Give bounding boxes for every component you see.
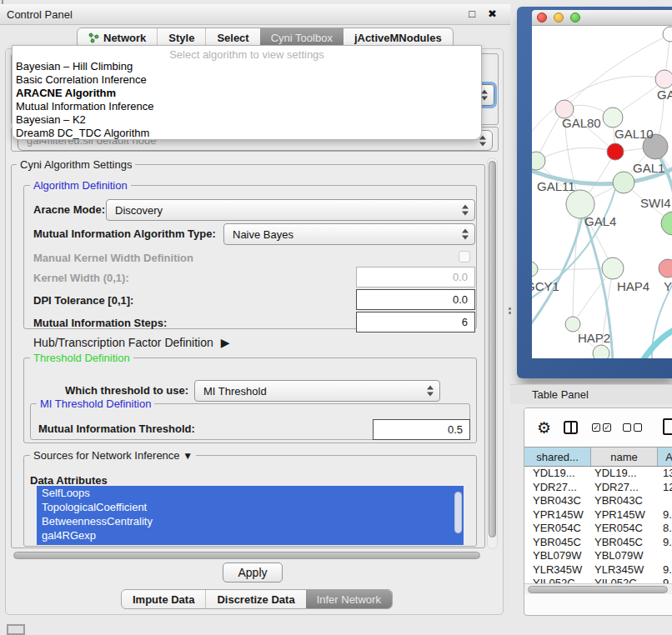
gear-icon[interactable]: ⚙ (537, 420, 551, 436)
settings-vertical-scrollbar[interactable] (487, 158, 498, 549)
scrollbar-thumb[interactable] (528, 586, 668, 593)
window-close-button[interactable] (537, 12, 547, 22)
network-node[interactable] (532, 262, 538, 277)
settings-horizontal-scrollbar[interactable] (12, 550, 485, 561)
table-cell: YBR043C (524, 494, 591, 508)
network-node[interactable] (659, 259, 672, 278)
manual-kernel-label: Manual Kernel Width Definition (33, 248, 193, 268)
network-edge[interactable] (564, 34, 670, 109)
table-row[interactable]: YBL079WYBL079W (524, 549, 672, 563)
apply-button[interactable]: Apply (223, 562, 283, 582)
aracne-mode-select[interactable]: Discovery (106, 199, 475, 221)
mi-type-select[interactable]: Naive Bayes (223, 223, 475, 245)
attribute-item-selfloops[interactable]: SelfLoops (37, 486, 464, 500)
algorithm-option-dream8-dc-tdc-algorithm[interactable]: Dream8 DC_TDC Algorithm (13, 127, 481, 140)
network-node[interactable] (565, 317, 580, 332)
network-tab-icon (88, 32, 99, 43)
sources-title-row[interactable]: Sources for Network Inference ▼ (30, 449, 196, 462)
scrollbar-thumb[interactable] (489, 161, 496, 538)
tab-infer-network[interactable]: Infer Network (306, 590, 392, 608)
table-cell: YLR345W (524, 563, 591, 578)
network-node[interactable] (613, 172, 634, 193)
table-row[interactable]: YBR043CYBR043C (524, 494, 672, 508)
mi-threshold-field[interactable]: 0.5 (373, 419, 470, 440)
algorithm-option-basic-correlation-inference[interactable]: Basic Correlation Inference (13, 73, 481, 87)
tab-label: Discretize Data (217, 593, 294, 606)
expand-arrow-icon[interactable]: ▶ (221, 336, 230, 349)
tab-label: Style (168, 32, 194, 44)
network-node[interactable] (663, 27, 672, 42)
control-panel-title: Control Panel (7, 8, 73, 21)
column-header-a[interactable]: A (658, 448, 672, 466)
table-row[interactable]: YDL19...YDL19...13 (524, 467, 672, 481)
window-zoom-button[interactable] (570, 12, 580, 22)
dpi-tolerance-field[interactable]: 0.0 (356, 289, 475, 310)
list-scrollbar-thumb[interactable] (454, 492, 462, 533)
combo-arrows-icon (427, 386, 434, 397)
network-node[interactable] (602, 258, 624, 279)
column-layout-icon[interactable] (564, 421, 578, 434)
table-row[interactable]: YBR045CYBR045C9. (524, 536, 672, 550)
attribute-item-betweennesscentrality[interactable]: BetweennessCentrality (37, 514, 464, 528)
algorithm-option-aracne-algorithm[interactable]: ARACNE Algorithm (13, 87, 481, 100)
network-node[interactable] (607, 143, 624, 160)
tab-impute-data[interactable]: Impute Data (122, 590, 205, 608)
splitter-handle[interactable] (509, 308, 511, 310)
network-node-label: GAL (657, 88, 672, 102)
algorithm-option-bayesian-hill-climbing[interactable]: Bayesian – Hill Climbing (13, 60, 481, 73)
scrollbar-thumb[interactable] (13, 552, 480, 559)
table-row[interactable]: YPR145WYPR145W9. (524, 508, 672, 522)
algorithm-dropdown-list: Select algorithm to view settings Bayesi… (12, 45, 482, 140)
document-icon[interactable] (663, 418, 672, 435)
table-row[interactable]: YLR345WYLR345W9. (524, 563, 672, 578)
dpi-tolerance-label: DPI Tolerance [0,1]: (33, 290, 133, 311)
window-minimize-button[interactable] (554, 12, 564, 22)
mi-steps-field[interactable]: 6 (356, 312, 475, 332)
select-all-icon[interactable]: ✓ ✓ (592, 423, 611, 432)
manual-kernel-checkbox[interactable] (459, 251, 470, 262)
tab-discretize-data[interactable]: Discretize Data (205, 590, 305, 608)
float-window-icon[interactable]: □ (469, 8, 475, 20)
cyni-settings-title: Cyni Algorithm Settings (17, 158, 135, 171)
collapse-arrow-icon[interactable]: ▼ (183, 450, 193, 462)
hub-definition-row[interactable]: Hub/Transcription Factor Definition ▶ (33, 333, 230, 352)
table-cell: 9. (658, 563, 672, 578)
network-node[interactable] (655, 70, 672, 88)
attribute-item-topologicalcoefficient[interactable]: TopologicalCoefficient (37, 500, 464, 514)
algorithm-option-mutual-information-inference[interactable]: Mutual Information Inference (13, 100, 481, 113)
column-header-name[interactable]: name (591, 448, 658, 466)
sources-title: Sources for Network Inference (33, 449, 180, 462)
table-row[interactable]: YER054CYER054C8. (524, 522, 672, 536)
network-node[interactable] (593, 345, 609, 358)
table-cell: 8. (658, 522, 672, 536)
network-edge[interactable] (573, 204, 580, 324)
dropdown-placeholder: Select algorithm to view settings (13, 46, 481, 60)
table-panel: ⚙ ✓ ✓ shared...nameA YDL19...YDL19...13Y… (524, 408, 672, 616)
which-threshold-select[interactable]: MI Threshold (194, 380, 440, 402)
table-rows: YDL19...YDL19...13YDR27...YDR27...12YBR0… (524, 467, 672, 583)
deselect-all-icon[interactable] (623, 423, 642, 432)
column-header-shared[interactable]: shared... (524, 448, 591, 466)
network-edge[interactable] (640, 324, 672, 358)
tab-label: Infer Network (317, 593, 381, 606)
network-graph[interactable]: GAL80GAL10GAL1GAL11SWI4GAL4GCY1HAP4YHAP2… (532, 26, 672, 358)
table-cell: YPR145W (524, 508, 591, 522)
table-row[interactable]: YDR27...YDR27...12 (524, 481, 672, 495)
network-node-label: SWI4 (640, 196, 671, 210)
data-attributes-list[interactable]: SelfLoopsTopologicalCoefficientBetweenne… (37, 486, 464, 545)
network-canvas[interactable]: GAL80GAL10GAL1GAL11SWI4GAL4GCY1HAP4YHAP2… (532, 26, 672, 358)
mi-threshold-label: Mutual Information Threshold: (38, 418, 195, 439)
table-horizontal-scrollbar[interactable] (524, 583, 672, 594)
minimized-panel-icon[interactable] (7, 624, 25, 635)
network-edge[interactable] (536, 148, 615, 161)
attribute-item-gal4rgexp[interactable]: gal4RGexp (37, 528, 464, 542)
algorithm-option-bayesian-k2[interactable]: Bayesian – K2 (13, 113, 481, 127)
kernel-width-field[interactable]: 0.0 (356, 267, 475, 288)
table-row[interactable]: YIL052CYIL052C9. (524, 577, 672, 583)
close-panel-icon[interactable]: ✖ (488, 8, 497, 20)
network-node[interactable] (603, 108, 623, 128)
mi-type-label: Mutual Information Algorithm Type: (33, 223, 216, 244)
network-window-titlebar[interactable] (532, 10, 672, 26)
mi-type-value: Naive Bayes (233, 228, 293, 241)
table-cell: YBL079W (524, 549, 591, 563)
